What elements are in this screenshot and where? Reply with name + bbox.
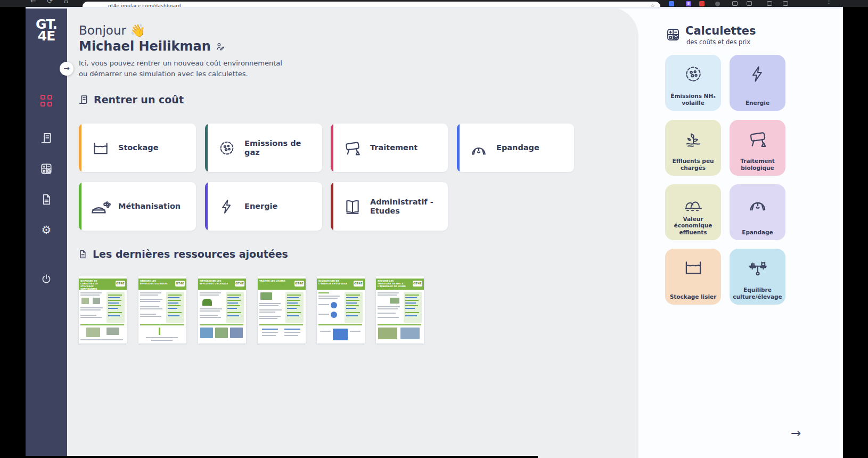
cost-card-administratif[interactable]: Administratif - Etudes bbox=[331, 182, 448, 231]
card-accent-bar bbox=[457, 124, 460, 172]
storage-basin-icon bbox=[665, 258, 721, 277]
calculettes-subtitle: des coûts et des prix bbox=[686, 38, 750, 46]
bottom-frame-bar bbox=[0, 456, 538, 458]
plant-icon bbox=[665, 129, 721, 149]
resource-thumbnail-4[interactable]: Traiter les lisiers GT4E bbox=[258, 276, 306, 344]
profile-avatar-icon[interactable] bbox=[715, 2, 720, 6]
reload-icon[interactable]: ⟳ bbox=[47, 0, 53, 5]
cost-card-energie[interactable]: Energie bbox=[205, 182, 322, 231]
calc-tile-valeur-economique-effluents[interactable]: Valeur économique effluents bbox=[665, 184, 721, 240]
card-accent-bar bbox=[79, 124, 81, 172]
treatment-tank-icon bbox=[342, 139, 363, 157]
card-accent-bar bbox=[331, 124, 333, 172]
digester-icon bbox=[90, 198, 111, 215]
top-divider bbox=[26, 7, 843, 9]
sidebar-item-costs[interactable] bbox=[39, 131, 54, 146]
spreader-icon bbox=[730, 193, 785, 212]
edit-name-icon[interactable] bbox=[216, 42, 225, 51]
spreader-icon bbox=[468, 140, 489, 157]
gt4e-doc-logo: GT4E bbox=[116, 281, 125, 287]
calc-tile-stockage-lisier[interactable]: Stockage lisier bbox=[665, 249, 721, 305]
sidebar: GT. 4E ⚙ bbox=[26, 7, 67, 458]
gt4e-doc-logo: GT4E bbox=[175, 281, 185, 287]
toolbar-icon-3[interactable] bbox=[767, 1, 772, 6]
calculator-icon bbox=[39, 162, 53, 176]
intro-line-1: Ici, vous pouvez rentrer un nouveau coût… bbox=[79, 59, 282, 67]
card-accent-bar bbox=[79, 182, 81, 231]
arrow-right-icon: → bbox=[63, 64, 70, 72]
calc-tile-epandage[interactable]: Epandage bbox=[730, 184, 785, 240]
gas-cloud-icon bbox=[216, 139, 238, 157]
user-name: Michael Heilikman bbox=[79, 39, 225, 54]
gt4e-logo: GT. 4E bbox=[26, 19, 67, 42]
resource-thumbnail-6[interactable]: Réduire les émissions de NH₃ à l'épandag… bbox=[376, 276, 424, 344]
treatment-tank-icon bbox=[730, 129, 785, 149]
wave-emoji: 👋 bbox=[130, 23, 145, 37]
document-icon bbox=[40, 193, 53, 206]
lightning-icon bbox=[730, 64, 785, 84]
cost-card-epandage[interactable]: Epandage bbox=[457, 124, 574, 172]
dashboard-grid-icon bbox=[40, 95, 52, 107]
power-icon bbox=[40, 273, 53, 285]
back-icon[interactable]: ← bbox=[30, 0, 36, 5]
gear-icon: ⚙ bbox=[42, 225, 52, 236]
resource-thumbnail-2[interactable]: Réduire les émissions gazeuses GT4E bbox=[138, 276, 186, 344]
calc-tile-emissions-nh3-volaille[interactable]: Émissions NH₃ volaille bbox=[665, 55, 721, 111]
extension-icon-blue[interactable] bbox=[669, 1, 674, 6]
bookmark-star-icon[interactable]: ☆ bbox=[650, 3, 655, 7]
extension-icon-red[interactable] bbox=[699, 1, 705, 6]
cost-section-heading: Rentrer un coût bbox=[78, 94, 184, 105]
card-accent-bar bbox=[205, 182, 208, 231]
cost-card-methanisation[interactable]: Méthanisation bbox=[79, 182, 196, 231]
toolbar-icon-1[interactable] bbox=[732, 1, 738, 6]
sidebar-item-settings[interactable]: ⚙ bbox=[39, 223, 54, 238]
storage-basin-icon bbox=[90, 140, 111, 157]
gt4e-doc-logo: GT4E bbox=[354, 281, 363, 287]
calc-tile-energie[interactable]: Energie bbox=[730, 55, 785, 111]
menu-dots-icon[interactable]: ⋮ bbox=[825, 0, 832, 5]
greeting-line: Bonjour 👋 bbox=[79, 23, 145, 38]
resource-thumbnail-5[interactable]: Économiser de l'énergie en élevage GT4E bbox=[317, 276, 365, 344]
document-icon bbox=[78, 249, 88, 260]
calculator-icon bbox=[665, 27, 681, 43]
card-accent-bar bbox=[205, 124, 208, 172]
cost-card-stockage[interactable]: Stockage bbox=[79, 124, 196, 172]
gt4e-doc-logo: GT4E bbox=[235, 281, 244, 287]
sidebar-item-documents[interactable] bbox=[39, 192, 54, 207]
gt4e-doc-logo: GT4E bbox=[413, 281, 422, 287]
calc-tile-traitement-biologique[interactable]: Traitement biologique bbox=[730, 120, 785, 176]
manure-pile-icon bbox=[665, 193, 721, 212]
address-bar[interactable]: gt4e.implace.com/dashboard ☆ bbox=[83, 2, 660, 7]
cost-card-traitement[interactable]: Traitement bbox=[331, 124, 448, 172]
lightning-icon bbox=[216, 198, 238, 216]
sidebar-collapse-button[interactable]: → bbox=[60, 62, 73, 76]
resource-thumbnail-1[interactable]: Disposer de capacités de stockage suffis… bbox=[79, 276, 127, 344]
cost-card-emissions[interactable]: Emissions de gaz bbox=[205, 124, 322, 172]
app-window: GT. 4E ⚙ bbox=[26, 7, 843, 458]
receipt-cost-icon bbox=[78, 94, 89, 105]
home-icon[interactable]: ⌂ bbox=[64, 0, 68, 5]
calc-tile-effluents-peu-charges[interactable]: Effluents peu chargés bbox=[665, 120, 721, 176]
toolbar-icon-4[interactable] bbox=[783, 1, 788, 6]
receipt-cost-icon bbox=[39, 132, 53, 145]
card-accent-bar bbox=[331, 182, 333, 231]
gt4e-doc-logo: GT4E bbox=[294, 281, 304, 287]
sidebar-item-dashboard[interactable] bbox=[39, 93, 54, 108]
url-text[interactable]: gt4e.implace.com/dashboard bbox=[108, 3, 181, 7]
balance-icon bbox=[730, 258, 785, 278]
resources-section-heading: Les dernières ressources ajoutées bbox=[78, 248, 288, 260]
panel-next-arrow[interactable]: → bbox=[791, 426, 801, 440]
sidebar-item-calculators[interactable] bbox=[39, 161, 54, 176]
browser-toolbar: ← ⟳ ⌂ gt4e.implace.com/dashboard ☆ B ⋮ bbox=[0, 0, 868, 7]
sidebar-item-logout[interactable] bbox=[39, 272, 54, 287]
toolbar-icon-2[interactable] bbox=[747, 1, 752, 6]
gas-cloud-icon bbox=[665, 64, 721, 84]
open-book-icon bbox=[342, 198, 363, 216]
resource-thumbnail-3[interactable]: Méthaniser les effluents d'élevage GT4E bbox=[198, 276, 246, 344]
intro-line-2: ou démarrer une simulation avec les calc… bbox=[79, 70, 248, 78]
extension-icon-bitwarden[interactable]: B bbox=[686, 1, 691, 6]
calculettes-title: Calculettes bbox=[685, 24, 756, 37]
calc-tile-equilibre-culture-elevage[interactable]: Equilibre culture/élevage bbox=[730, 249, 785, 305]
